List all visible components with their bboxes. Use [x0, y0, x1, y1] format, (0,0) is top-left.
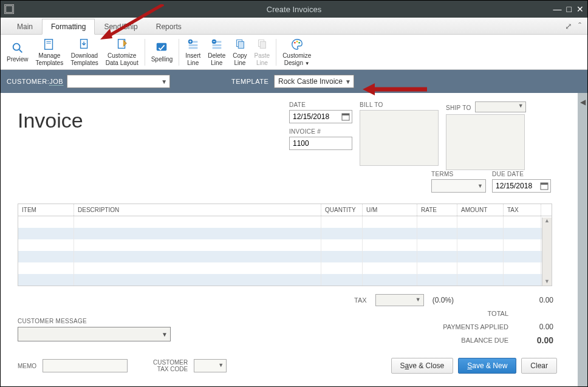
- shipto-label: SHIP TO: [446, 104, 471, 111]
- customize-design-button[interactable]: CustomizeDesign ▼: [279, 36, 315, 68]
- chevron-down-icon: ▼: [162, 331, 168, 338]
- svg-point-1: [13, 43, 19, 50]
- invoice-number-label: INVOICE #: [289, 128, 352, 135]
- spelling-button[interactable]: Spelling: [148, 40, 177, 64]
- chevron-down-icon: ▼: [518, 103, 524, 109]
- chevron-down-icon: ▼: [345, 78, 351, 85]
- ribbon-separator: [179, 39, 179, 66]
- svg-rect-12: [188, 47, 197, 49]
- side-panel-toggle[interactable]: ◀: [578, 93, 587, 386]
- col-amount[interactable]: AMOUNT: [457, 204, 504, 216]
- window-title: Create Invoices: [267, 5, 321, 14]
- payments-amount: 0.00: [517, 323, 553, 331]
- col-item[interactable]: ITEM: [18, 204, 74, 216]
- save-close-button[interactable]: Save & Close: [391, 358, 454, 374]
- minimize-icon[interactable]: —: [553, 5, 562, 13]
- svg-rect-8: [157, 43, 167, 50]
- chevron-down-icon: ▼: [218, 362, 224, 368]
- customer-taxcode-label: CUSTOMERTAX CODE: [153, 359, 188, 372]
- balance-amount: 0.00: [517, 335, 553, 345]
- scroll-down-icon[interactable]: ▼: [542, 278, 552, 284]
- calendar-icon[interactable]: [540, 182, 549, 190]
- customer-job-dropdown[interactable]: ▼: [67, 75, 170, 88]
- invoice-content: Invoice DATE 12/15/2018 INVOICE # 1100 B…: [1, 93, 587, 132]
- chevron-down-icon: ▼: [415, 296, 421, 303]
- duedate-label: DUE DATE: [492, 171, 551, 177]
- scroll-up-icon[interactable]: ▲: [542, 217, 552, 224]
- tab-reports[interactable]: Reports: [147, 19, 191, 34]
- col-tax[interactable]: TAX: [504, 204, 541, 216]
- ribbon-separator: [145, 39, 145, 66]
- invoice-number-input[interactable]: 1100: [289, 137, 352, 150]
- chevron-down-icon: ▼: [477, 183, 483, 189]
- close-icon[interactable]: ✕: [576, 5, 584, 13]
- total-label: TOTAL: [423, 310, 508, 317]
- customize-data-layout-button[interactable]: CustomizeData Layout: [102, 36, 142, 68]
- duedate-input[interactable]: 12/15/2018: [492, 179, 551, 193]
- col-description[interactable]: DESCRIPTION: [74, 204, 321, 216]
- tax-amount: 0.00: [462, 296, 553, 304]
- tax-label: TAX: [282, 296, 367, 304]
- customer-message-dropdown[interactable]: ▼: [18, 327, 171, 341]
- calendar-icon[interactable]: [341, 112, 350, 121]
- delete-line-button[interactable]: DeleteLine: [204, 36, 229, 68]
- tax-dropdown[interactable]: ▼: [375, 294, 424, 306]
- customer-taxcode-dropdown[interactable]: ▼: [194, 359, 227, 372]
- table-body[interactable]: [18, 216, 552, 286]
- shipto-address[interactable]: [446, 114, 525, 170]
- svg-rect-25: [342, 114, 349, 115]
- svg-rect-3: [45, 39, 53, 49]
- download-templates-button[interactable]: DownloadTemplates: [67, 36, 102, 68]
- insert-line-button[interactable]: InsertLine: [182, 36, 204, 68]
- svg-rect-0: [5, 5, 12, 12]
- svg-rect-15: [212, 44, 221, 46]
- template-dropdown[interactable]: Rock Castle Invoice▼: [274, 75, 354, 88]
- window-menu-icon[interactable]: [4, 4, 14, 14]
- customer-message-label: CUSTOMER MESSAGE: [18, 318, 171, 324]
- expand-icon[interactable]: ⤢: [565, 21, 572, 31]
- tab-row: Main Formatting Send/Ship Reports ⤢ ˆ: [1, 18, 587, 35]
- ribbon: Preview ManageTemplates DownloadTemplate…: [1, 35, 587, 70]
- totals-block: TAX ▼ (0.0%) 0.00 TOTAL PAYMENTS APPLIED…: [282, 293, 553, 347]
- save-new-button[interactable]: Save & New: [458, 358, 516, 374]
- customer-bar: CUSTOMER:JOB ▼ TEMPLATE Rock Castle Invo…: [1, 70, 587, 93]
- dropdown-caret-icon: ▼: [305, 61, 310, 66]
- date-label: DATE: [289, 101, 352, 108]
- shipto-dropdown[interactable]: ▼: [475, 101, 526, 112]
- customer-message-block: CUSTOMER MESSAGE ▼: [18, 318, 171, 341]
- tab-sendship[interactable]: Send/Ship: [95, 19, 146, 34]
- billto-address[interactable]: [360, 110, 439, 166]
- payments-label: PAYMENTS APPLIED: [423, 323, 508, 330]
- svg-rect-11: [188, 44, 197, 46]
- chevron-down-icon: ▼: [161, 78, 167, 85]
- col-rate[interactable]: RATE: [417, 204, 457, 216]
- svg-point-21: [294, 41, 296, 43]
- memo-label: MEMO: [18, 363, 36, 369]
- maximize-icon[interactable]: □: [567, 5, 572, 13]
- terms-dropdown[interactable]: ▼: [431, 179, 486, 193]
- clear-button[interactable]: Clear: [521, 358, 557, 374]
- paste-line-button: PasteLine: [251, 36, 274, 68]
- terms-label: TERMS: [431, 171, 486, 177]
- copy-line-button[interactable]: CopyLine: [229, 36, 250, 68]
- svg-rect-18: [238, 41, 244, 48]
- date-input[interactable]: 12/15/2018: [289, 110, 352, 123]
- template-label: TEMPLATE: [231, 78, 268, 85]
- table-scrollbar[interactable]: ▲ ▼: [542, 217, 552, 286]
- tab-main[interactable]: Main: [8, 19, 42, 34]
- bottom-row: MEMO CUSTOMERTAX CODE ▼ Save & Close Sav…: [18, 359, 563, 372]
- preview-button[interactable]: Preview: [3, 40, 32, 64]
- tab-formatting[interactable]: Formatting: [42, 19, 95, 35]
- col-quantity[interactable]: QUANTITY: [321, 204, 363, 216]
- titlebar: Create Invoices — □ ✕: [1, 1, 587, 18]
- memo-input[interactable]: [43, 359, 128, 372]
- svg-point-22: [296, 41, 298, 43]
- customer-job-label: CUSTOMER:JOB: [7, 78, 63, 85]
- manage-templates-button[interactable]: ManageTemplates: [32, 36, 67, 68]
- ribbon-separator: [276, 39, 276, 66]
- billto-label: BILL TO: [360, 101, 439, 108]
- tax-pct: (0.0%): [432, 296, 454, 304]
- collapse-ribbon-icon[interactable]: ˆ: [578, 21, 581, 31]
- svg-line-2: [19, 49, 22, 52]
- col-um[interactable]: U/M: [363, 204, 417, 216]
